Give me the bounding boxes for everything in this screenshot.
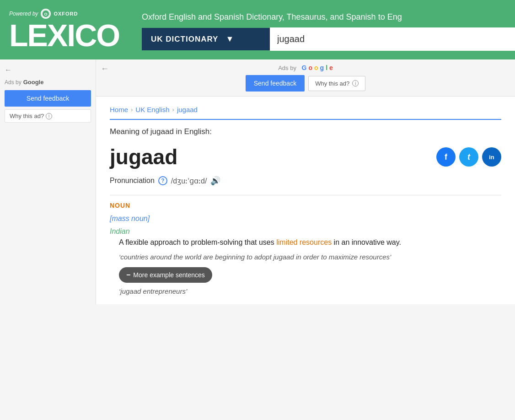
pronunciation: Pronunciation ? /dʒuːˈɡɑːd/ 🔊 bbox=[110, 176, 501, 186]
definition: A flexible approach to problem-solving t… bbox=[110, 238, 501, 247]
oxford-text: OXFORD bbox=[54, 11, 78, 16]
back-arrow-sidebar[interactable]: ← bbox=[0, 64, 96, 76]
google-o2-icon: o bbox=[314, 64, 318, 71]
ad-bar-buttons: Send feedback Why this ad? i bbox=[246, 75, 366, 92]
logo-area: Powered by O OXFORD LEXICO bbox=[0, 4, 142, 55]
header-right: Oxford English and Spanish Dictionary, T… bbox=[142, 4, 515, 55]
why-this-ad-label-main: Why this ad? bbox=[315, 80, 349, 87]
lexico-logo: LEXICO bbox=[9, 20, 119, 51]
more-examples-label: More example sentences bbox=[133, 271, 204, 279]
google-e-icon: e bbox=[329, 64, 333, 71]
sidebar-ads-text: Ads by bbox=[5, 79, 21, 86]
dict-content: Home › UK English › jugaad Meaning of ju… bbox=[96, 97, 515, 304]
ads-label-sidebar: Ads by Google bbox=[0, 76, 96, 87]
word-header: jugaad f t in bbox=[110, 145, 501, 169]
why-this-ad-sidebar[interactable]: Why this ad? i bbox=[5, 109, 91, 123]
info-icon-main: i bbox=[352, 80, 359, 86]
small-example: ‘jugaad entrepreneurs’ bbox=[110, 287, 501, 295]
powered-by: Powered by O OXFORD bbox=[9, 9, 78, 19]
chevron-down-icon: ▼ bbox=[225, 34, 234, 44]
google-l-icon: l bbox=[326, 64, 327, 71]
sidebar: ← Ads by Google Send feedback Why this a… bbox=[0, 59, 96, 304]
svg-text:O: O bbox=[44, 12, 48, 16]
sidebar-google-text: Google bbox=[23, 79, 44, 86]
facebook-icon: f bbox=[445, 152, 447, 162]
why-this-ad-label-sidebar: Why this ad? bbox=[10, 113, 44, 119]
back-arrow-main[interactable]: ← bbox=[101, 64, 109, 74]
breadcrumb-sep-1: › bbox=[131, 106, 133, 113]
main-content: ← Ads by Google Send feedback Why this a… bbox=[96, 59, 515, 304]
main-ads-text: Ads by bbox=[278, 65, 296, 71]
info-icon-sidebar: i bbox=[46, 113, 52, 119]
linkedin-share-button[interactable]: in bbox=[482, 147, 501, 167]
breadcrumb: Home › UK English › jugaad bbox=[110, 106, 501, 120]
breadcrumb-home[interactable]: Home bbox=[110, 106, 128, 113]
send-feedback-button-sidebar[interactable]: Send feedback bbox=[5, 90, 91, 107]
pronunciation-ipa: /dʒuːˈɡɑːd/ bbox=[171, 177, 207, 185]
search-input[interactable] bbox=[270, 27, 515, 51]
regional-label: Indian bbox=[110, 227, 501, 236]
meaning-line: Meaning of jugaad in English: bbox=[110, 127, 501, 136]
help-icon[interactable]: ? bbox=[158, 176, 167, 185]
pronunciation-label: Pronunciation bbox=[110, 177, 155, 185]
site-title: Oxford English and Spanish Dictionary, T… bbox=[142, 9, 515, 26]
ads-label-main: Ads by Google bbox=[278, 64, 333, 71]
linkedin-icon: in bbox=[489, 154, 494, 161]
speaker-icon[interactable]: 🔊 bbox=[210, 176, 220, 186]
send-feedback-button-main[interactable]: Send feedback bbox=[246, 75, 305, 92]
social-icons: f t in bbox=[436, 147, 501, 167]
search-input-wrapper bbox=[270, 27, 515, 51]
mass-noun: [mass noun] bbox=[110, 215, 501, 223]
header: Powered by O OXFORD LEXICO Oxford Englis… bbox=[0, 0, 515, 59]
facebook-share-button[interactable]: f bbox=[436, 147, 456, 167]
search-row: UK DICTIONARY ▼ bbox=[142, 27, 515, 51]
example-sentence: ‘countries around the world are beginnin… bbox=[110, 252, 501, 263]
dictionary-select[interactable]: UK DICTIONARY ▼ bbox=[142, 28, 270, 50]
ad-top-area: ← Ads by Google Send feedback Why this a… bbox=[96, 59, 515, 97]
minus-icon: − bbox=[126, 271, 130, 279]
why-this-ad-main[interactable]: Why this ad? i bbox=[308, 76, 365, 91]
google-o1-icon: o bbox=[308, 64, 312, 71]
powered-by-text: Powered by bbox=[9, 11, 38, 17]
more-examples-button[interactable]: − More example sentences bbox=[119, 267, 212, 283]
main-layout: ← Ads by Google Send feedback Why this a… bbox=[0, 59, 515, 304]
divider-1 bbox=[110, 195, 501, 195]
google-g-icon: G bbox=[302, 64, 307, 71]
dict-select-label: UK DICTIONARY bbox=[151, 35, 218, 44]
pos-label: NOUN bbox=[110, 202, 501, 209]
definition-highlight: limited resources bbox=[276, 238, 332, 246]
meaning-line-text: Meaning of jugaad in English: bbox=[110, 127, 212, 136]
breadcrumb-sep-2: › bbox=[172, 106, 174, 113]
oxford-logo-icon: O bbox=[41, 9, 51, 19]
google-g2-icon: g bbox=[320, 64, 324, 71]
ad-inner: Ads by Google Send feedback Why this ad?… bbox=[96, 64, 515, 92]
breadcrumb-word: jugaad bbox=[177, 106, 198, 113]
twitter-icon: t bbox=[467, 152, 470, 162]
twitter-share-button[interactable]: t bbox=[459, 147, 478, 167]
breadcrumb-uk-english[interactable]: UK English bbox=[135, 106, 169, 113]
word-title: jugaad bbox=[110, 145, 177, 169]
